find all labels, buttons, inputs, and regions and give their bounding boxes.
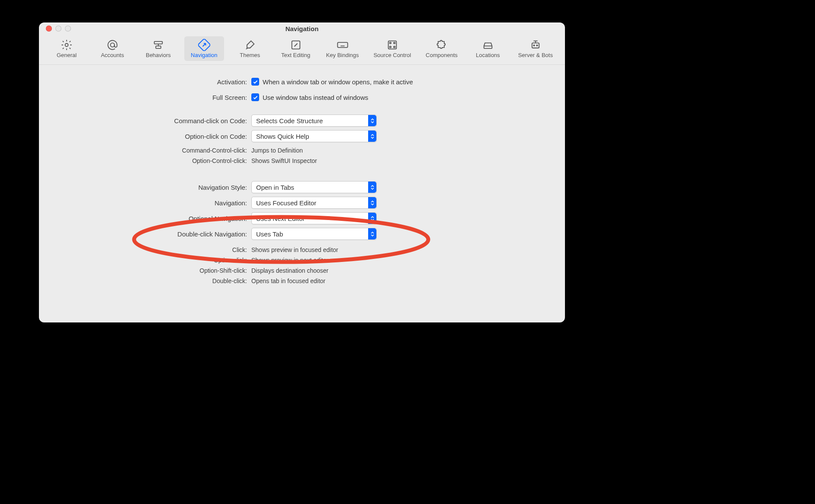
navigation-style-select[interactable]: Open in Tabs: [251, 181, 377, 193]
click-label: Click:: [39, 246, 251, 253]
option-click-value: Shows preview in next editor: [251, 257, 328, 264]
option-click-code-label: Option-click on Code:: [39, 133, 251, 140]
preferences-window: Navigation General Accounts Behaviors: [39, 22, 565, 322]
option-shift-click-label: Option-Shift-click:: [39, 267, 251, 274]
tab-label: Components: [426, 52, 458, 58]
zoom-button[interactable]: [65, 26, 71, 32]
tab-label: Navigation: [191, 52, 217, 58]
click-value: Shows preview in focused editor: [251, 246, 338, 253]
svg-point-10: [394, 42, 395, 44]
svg-point-0: [65, 44, 68, 47]
option-click-row: Option-click: Shows preview in next edit…: [39, 255, 565, 265]
tab-label: General: [57, 52, 77, 58]
tab-label: Accounts: [101, 52, 124, 58]
navigation-row: Navigation: Uses Focused Editor: [39, 196, 565, 209]
tab-label: Locations: [476, 52, 500, 58]
full-screen-label: Full Screen:: [39, 94, 251, 101]
tab-components[interactable]: Components: [421, 36, 462, 61]
full-screen-checkbox[interactable]: [251, 93, 259, 101]
double-click-value: Opens tab in focused editor: [251, 278, 325, 284]
navigation-style-label: Navigation Style:: [39, 184, 251, 191]
optional-navigation-label: Optional Navigation:: [39, 215, 251, 222]
tab-label: Key Bindings: [326, 52, 359, 58]
svg-point-8: [389, 42, 391, 44]
minimize-button[interactable]: [55, 26, 61, 32]
tab-text-editing[interactable]: Text Editing: [276, 36, 316, 61]
command-control-click-value: Jumps to Definition: [251, 147, 303, 154]
select-value: Open in Tabs: [252, 184, 294, 191]
tab-accounts[interactable]: Accounts: [93, 36, 132, 61]
edit-icon: [290, 39, 302, 51]
chevron-up-down-icon: [368, 182, 376, 193]
tab-label: Server & Bots: [518, 52, 553, 58]
chevron-up-down-icon: [368, 115, 376, 126]
activation-checkbox[interactable]: [251, 78, 259, 86]
command-click-code-select[interactable]: Selects Code Structure: [251, 115, 377, 127]
chevron-up-down-icon: [368, 213, 376, 224]
optional-navigation-select[interactable]: Uses Next Editor: [251, 212, 377, 224]
click-row: Click: Shows preview in focused editor: [39, 245, 565, 255]
activation-checkbox-label: When a window tab or window opens, make …: [263, 78, 413, 86]
option-click-code-select[interactable]: Shows Quick Help: [251, 130, 377, 142]
option-shift-click-row: Option-Shift-click: Displays destination…: [39, 265, 565, 276]
svg-point-1: [110, 43, 114, 47]
tab-label: Behaviors: [146, 52, 171, 58]
at-icon: [106, 39, 119, 51]
paintbrush-icon: [244, 39, 256, 51]
select-value: Uses Next Editor: [252, 215, 305, 222]
robot-icon: [529, 39, 542, 51]
tab-source-control[interactable]: Source Control: [369, 36, 415, 61]
svg-rect-2: [154, 41, 163, 44]
option-control-click-label: Option-Control-click:: [39, 157, 251, 164]
tab-navigation[interactable]: Navigation: [184, 36, 224, 61]
option-control-click-row: Option-Control-click: Shows SwiftUI Insp…: [39, 156, 565, 166]
traffic-lights: [39, 26, 71, 32]
select-value: Uses Tab: [252, 230, 283, 238]
chevron-up-down-icon: [368, 131, 376, 142]
double-click-navigation-select[interactable]: Uses Tab: [251, 228, 377, 240]
svg-point-11: [389, 46, 391, 48]
tab-general[interactable]: General: [47, 36, 87, 61]
command-click-code-row: Command-click on Code: Selects Code Stru…: [39, 114, 565, 127]
navigation-label: Navigation:: [39, 199, 251, 207]
close-button[interactable]: [46, 26, 52, 32]
tab-behaviors[interactable]: Behaviors: [138, 36, 178, 61]
window-title: Navigation: [39, 25, 565, 32]
behaviors-icon: [152, 39, 164, 51]
tab-key-bindings[interactable]: Key Bindings: [322, 36, 363, 61]
titlebar: Navigation: [39, 22, 565, 35]
chevron-up-down-icon: [368, 228, 376, 239]
activation-row: Activation: When a window tab or window …: [39, 75, 565, 88]
option-click-label: Option-click:: [39, 257, 251, 264]
navigation-icon: [198, 39, 210, 51]
disk-icon: [482, 39, 494, 51]
optional-navigation-row: Optional Navigation: Uses Next Editor: [39, 212, 565, 225]
option-click-code-row: Option-click on Code: Shows Quick Help: [39, 130, 565, 143]
svg-point-14: [536, 45, 537, 46]
option-control-click-value: Shows SwiftUI Inspector: [251, 157, 317, 164]
activation-label: Activation:: [39, 78, 251, 86]
svg-point-9: [394, 46, 395, 48]
tab-themes[interactable]: Themes: [230, 36, 270, 61]
select-value: Selects Code Structure: [252, 117, 323, 124]
tab-server-bots[interactable]: Server & Bots: [514, 36, 557, 61]
tab-label: Source Control: [373, 52, 411, 58]
double-click-navigation-row: Double-click Navigation: Uses Tab: [39, 227, 565, 240]
tab-label: Themes: [240, 52, 260, 58]
preferences-toolbar: General Accounts Behaviors Navigation: [39, 35, 565, 65]
double-click-row: Double-click: Opens tab in focused edito…: [39, 276, 565, 286]
puzzle-icon: [436, 39, 448, 51]
keyboard-icon: [337, 39, 349, 51]
select-value: Shows Quick Help: [252, 133, 309, 140]
navigation-pane: Activation: When a window tab or window …: [39, 65, 565, 322]
chevron-up-down-icon: [368, 197, 376, 208]
source-control-icon: [386, 39, 398, 51]
tab-locations[interactable]: Locations: [468, 36, 508, 61]
select-value: Uses Focused Editor: [252, 199, 316, 207]
svg-rect-12: [532, 43, 539, 48]
navigation-select[interactable]: Uses Focused Editor: [251, 197, 377, 209]
full-screen-checkbox-label: Use window tabs instead of windows: [263, 94, 368, 101]
double-click-navigation-label: Double-click Navigation:: [39, 230, 251, 238]
gear-icon: [61, 39, 73, 51]
full-screen-row: Full Screen: Use window tabs instead of …: [39, 91, 565, 104]
